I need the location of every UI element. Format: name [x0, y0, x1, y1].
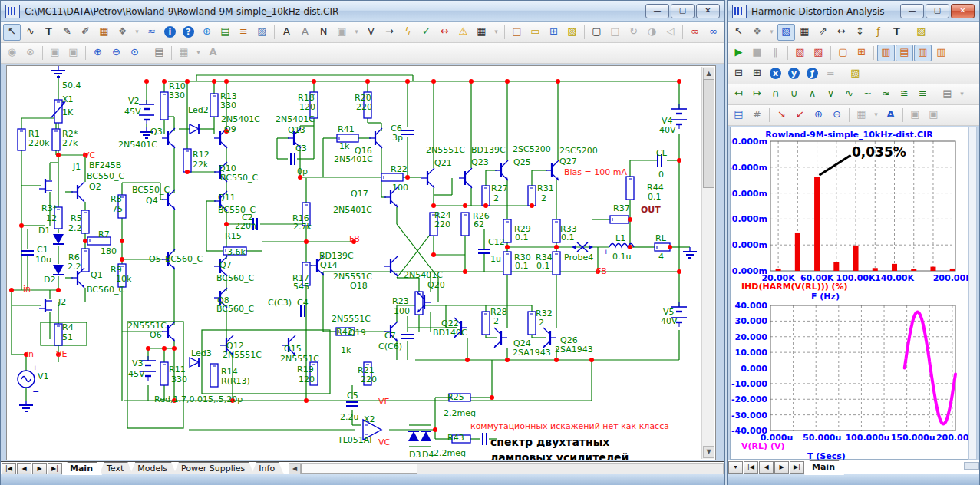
- schematic-hscrollbar[interactable]: ◀: [289, 463, 724, 475]
- properties-icon[interactable]: ▧: [563, 24, 581, 41]
- show-grid-text-icon[interactable]: A: [296, 24, 314, 41]
- select-icon[interactable]: ↖: [3, 24, 21, 41]
- prev-page-button[interactable]: ◀: [759, 461, 774, 474]
- copy-waveform-icon[interactable]: ▤: [939, 86, 956, 103]
- bottom-icon[interactable]: ≈: [877, 86, 895, 103]
- zoom-menu-icon[interactable]: ≡: [822, 65, 840, 82]
- wire-mode-icon[interactable]: ∿: [21, 24, 39, 41]
- restore-button[interactable]: ▢: [671, 4, 695, 18]
- annotate-icon[interactable]: ≈: [143, 24, 160, 41]
- send-to-back-icon[interactable]: ▣: [64, 45, 82, 61]
- all-curves-icon[interactable]: ≅: [896, 86, 913, 103]
- copy-dropdown-icon[interactable]: ▾: [957, 86, 967, 103]
- scroll-up-icon[interactable]: ▲: [703, 68, 714, 80]
- trackers-icon[interactable]: ⊟: [730, 65, 747, 82]
- show-voltages-icon[interactable]: V: [362, 24, 380, 41]
- next-page-button[interactable]: ▶: [774, 461, 789, 474]
- run-icon[interactable]: ▶: [730, 45, 747, 61]
- go-right-cursor-icon[interactable]: ↦: [748, 86, 766, 103]
- y-axis-settings-icon[interactable]: y: [785, 65, 803, 82]
- point-tag-icon[interactable]: ⇗: [814, 24, 832, 41]
- cascade-icon[interactable]: ▣: [906, 107, 924, 124]
- plot-tab-main[interactable]: Main: [804, 460, 844, 475]
- shapes-dropdown-icon[interactable]: ▾: [767, 24, 777, 41]
- font-icon[interactable]: A: [204, 45, 222, 61]
- check-models-icon[interactable]: ▤: [216, 24, 234, 41]
- grid-icon[interactable]: ▦: [473, 24, 490, 41]
- tile-icon[interactable]: ▣: [925, 107, 942, 124]
- split-view-icon[interactable]: ▦: [175, 45, 193, 61]
- bring-to-front-icon[interactable]: ▣: [46, 45, 64, 61]
- peak-icon[interactable]: ∩: [767, 86, 784, 103]
- plot-vscrollbar[interactable]: [968, 127, 977, 460]
- last-page-button[interactable]: ▶|: [790, 461, 804, 474]
- numeric-output-icon[interactable]: ▤: [730, 107, 747, 124]
- rotate-icon[interactable]: ↻: [625, 24, 642, 41]
- show-power-icon[interactable]: ϟ: [399, 24, 417, 41]
- plot-area[interactable]: Rowland-9M-simple_10kHz-dist.CIR 50.000m…: [730, 127, 968, 460]
- zoom-out-icon[interactable]: ⊖: [828, 107, 846, 124]
- close-button[interactable]: ✕: [696, 4, 720, 18]
- page-icon[interactable]: ▭: [526, 24, 544, 41]
- edit-analysis-icon[interactable]: ▨: [846, 65, 864, 82]
- shapes-icon[interactable]: ❖: [748, 24, 766, 41]
- properties-icon[interactable]: ▨: [912, 24, 930, 41]
- zoom-in-icon[interactable]: ⊕: [810, 107, 827, 124]
- step-back-icon[interactable]: ◉: [3, 45, 21, 61]
- vertical-tag-icon[interactable]: ↕: [851, 24, 869, 41]
- hscroll-thumb[interactable]: [301, 464, 417, 474]
- find-icon[interactable]: ∞: [686, 24, 704, 41]
- envelope-icon[interactable]: ≡: [914, 86, 932, 103]
- go-left-cursor-icon[interactable]: ↤: [730, 86, 747, 103]
- auto-scale-y-icon[interactable]: ↙: [791, 107, 809, 124]
- point-to-point-icon[interactable]: ↔: [436, 24, 454, 41]
- horizontal-axis-grids-icon[interactable]: ▥: [877, 45, 895, 61]
- zoom-100-icon[interactable]: ⊙: [126, 45, 144, 61]
- copy-icon[interactable]: ▣: [333, 24, 351, 41]
- ruler-icon[interactable]: ▢: [834, 45, 852, 61]
- performance-tag-icon[interactable]: ƒ: [869, 24, 887, 41]
- info-icon[interactable]: i: [161, 24, 179, 41]
- vertical-grids-icon[interactable]: ▥: [932, 45, 950, 61]
- tokens-icon[interactable]: ▨: [810, 45, 827, 61]
- restore-button[interactable]: ▢: [926, 4, 949, 18]
- auto-scale-x-icon[interactable]: ↘: [773, 107, 790, 124]
- flip-icon[interactable]: ◁: [662, 24, 679, 41]
- page-tab-main[interactable]: Main: [62, 462, 102, 475]
- show-node-names-icon[interactable]: N: [315, 24, 332, 41]
- zoom-in-icon[interactable]: ⊕: [89, 45, 107, 61]
- schematic-vscrollbar[interactable]: ▲ ▼: [701, 67, 714, 459]
- more-dropdown-icon[interactable]: ▾: [351, 24, 361, 41]
- stop-icon[interactable]: ■: [748, 45, 766, 61]
- reroute-nets-icon[interactable]: ⊞: [545, 24, 563, 41]
- resize-handle[interactable]: [964, 462, 979, 470]
- browse-web-icon[interactable]: ⊕: [198, 24, 216, 41]
- schematic-canvas[interactable]: +−+− 50.4X11KR1220kR2*27kVCJ1BF245BBC550…: [6, 65, 716, 460]
- help-icon[interactable]: ?: [180, 24, 197, 41]
- first-page-button[interactable]: |◀: [744, 461, 758, 474]
- view-grid-icon[interactable]: ▦: [853, 107, 870, 124]
- page-flip-icon[interactable]: ▤: [150, 45, 168, 61]
- show-conditions-icon[interactable]: ✓: [417, 24, 435, 41]
- text-mode-icon[interactable]: T: [40, 24, 58, 41]
- waveform-chart[interactable]: 40.00030.00020.00010.0000.000-10.000-20.…: [731, 302, 969, 440]
- select-box-icon[interactable]: □: [606, 24, 624, 41]
- cursor-cross-icon[interactable]: ⊞: [748, 65, 766, 82]
- new-page-icon[interactable]: □: [508, 24, 526, 41]
- data-points-icon[interactable]: ▧: [791, 45, 809, 61]
- view-dropdown-icon[interactable]: ▾: [871, 107, 881, 124]
- scale-mode-icon[interactable]: ▧: [777, 24, 795, 41]
- line-mode-icon[interactable]: ✎: [58, 24, 76, 41]
- scroll-dropdown-button[interactable]: ▾: [728, 461, 743, 474]
- inflection-icon[interactable]: ∿: [840, 86, 858, 103]
- edit-notes-icon[interactable]: ▨: [253, 24, 271, 41]
- format-lines-icon[interactable]: ≡: [235, 24, 252, 41]
- show-currents-icon[interactable]: →: [381, 24, 398, 41]
- page-tab-power-supplies[interactable]: Power Supplies: [173, 462, 254, 475]
- shapes-icon[interactable]: ❖: [114, 24, 131, 41]
- select-icon[interactable]: ↖: [730, 24, 747, 41]
- close-button[interactable]: ✕: [951, 4, 975, 18]
- font-icon[interactable]: A: [882, 107, 899, 124]
- minimize-button[interactable]: —: [900, 4, 924, 18]
- warning-icon[interactable]: ⚠: [454, 24, 472, 41]
